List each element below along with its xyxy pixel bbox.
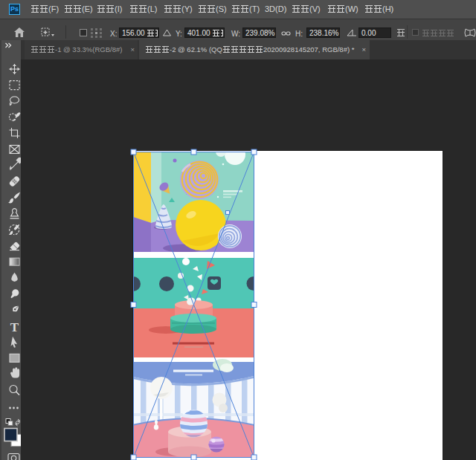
- svg-text:T: T: [10, 320, 19, 334]
